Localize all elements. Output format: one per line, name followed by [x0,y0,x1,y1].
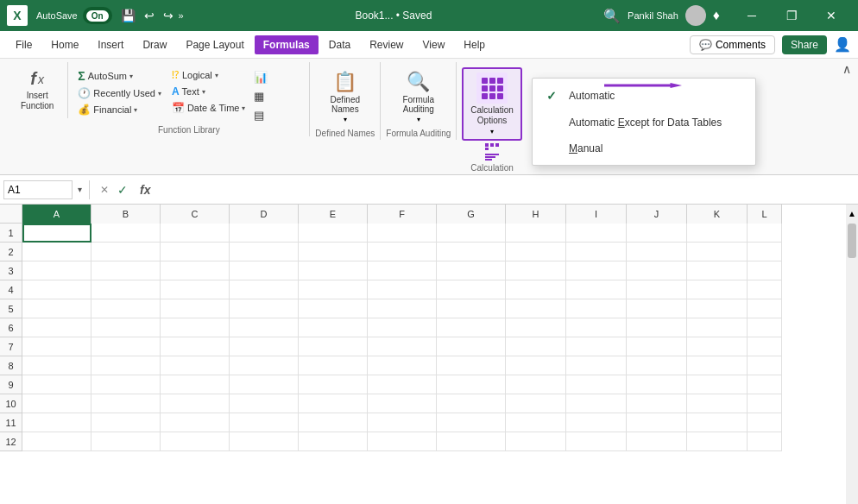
cell-e7[interactable] [299,337,368,356]
row-header-3[interactable]: 3 [0,261,22,280]
cell-f8[interactable] [368,356,437,375]
cell-d1[interactable] [230,224,299,243]
undo-button[interactable]: ↩ [141,7,158,24]
cell-a4[interactable] [22,280,91,299]
math-trig-button[interactable]: ▦ [251,88,270,104]
cell-g10[interactable] [437,394,506,413]
cell-b11[interactable] [91,413,161,432]
menu-formulas[interactable]: Formulas [255,35,319,54]
cell-c10[interactable] [161,394,230,413]
more-commands-btn[interactable]: » [179,10,184,21]
cell-l10[interactable] [748,394,782,413]
name-box[interactable]: A1 [3,180,73,199]
cell-f3[interactable] [368,261,437,280]
cell-e6[interactable] [299,318,368,337]
cell-a9[interactable] [22,375,91,394]
cell-c3[interactable] [161,261,230,280]
cell-h11[interactable] [506,413,566,432]
formula-cancel-button[interactable]: ✕ [97,182,112,198]
menu-page-layout[interactable]: Page Layout [177,35,252,54]
cell-g9[interactable] [437,375,506,394]
cell-k8[interactable] [687,356,748,375]
cell-h5[interactable] [506,299,566,318]
search-icon[interactable]: 🔍 [603,8,621,24]
formula-fx-button[interactable]: fx [135,181,155,198]
cell-h10[interactable] [506,394,566,413]
diamond-icon[interactable]: ♦ [713,8,720,23]
cell-l7[interactable] [748,337,782,356]
cell-b4[interactable] [91,280,161,299]
save-button[interactable]: 💾 [117,7,139,24]
cell-a1[interactable] [22,224,91,243]
col-header-f[interactable]: F [368,205,437,224]
cell-j6[interactable] [627,318,687,337]
text-button[interactable]: A Text ▾ [167,84,250,99]
cell-d3[interactable] [230,261,299,280]
cell-d9[interactable] [230,375,299,394]
cell-c9[interactable] [161,375,230,394]
cell-k5[interactable] [687,299,748,318]
cell-e11[interactable] [299,413,368,432]
formula-auditing-button[interactable]: 🔍 FormulaAuditing ▾ [395,67,441,127]
cell-i7[interactable] [566,337,627,356]
row-header-4[interactable]: 4 [0,280,22,299]
cell-k12[interactable] [687,432,748,451]
cell-h12[interactable] [506,432,566,451]
cell-a12[interactable] [22,432,91,451]
cell-j9[interactable] [627,375,687,394]
row-header-11[interactable]: 11 [0,413,22,432]
name-box-dropdown[interactable]: ▾ [78,185,82,194]
cell-i8[interactable] [566,356,627,375]
cell-i4[interactable] [566,280,627,299]
col-header-c[interactable]: C [161,205,230,224]
formula-input[interactable] [159,180,855,199]
cell-d12[interactable] [230,432,299,451]
cell-l1[interactable] [748,224,782,243]
cell-g6[interactable] [437,318,506,337]
cell-h9[interactable] [506,375,566,394]
cell-a2[interactable] [22,243,91,261]
cell-j11[interactable] [627,413,687,432]
cell-g5[interactable] [437,299,506,318]
col-header-d[interactable]: D [230,205,299,224]
cell-k11[interactable] [687,413,748,432]
dropdown-item-manual[interactable]: Manual [533,135,755,161]
cell-e3[interactable] [299,261,368,280]
cell-e8[interactable] [299,356,368,375]
row-header-1[interactable]: 1 [0,224,22,243]
menu-home[interactable]: Home [42,35,87,54]
lookup-ref-button[interactable]: 📊 [251,69,270,85]
cell-g2[interactable] [437,243,506,261]
cell-f10[interactable] [368,394,437,413]
cell-h2[interactable] [506,243,566,261]
cell-c7[interactable] [161,337,230,356]
cell-e9[interactable] [299,375,368,394]
cell-l9[interactable] [748,375,782,394]
user-profile-icon[interactable]: 👤 [834,36,851,53]
cell-f4[interactable] [368,280,437,299]
cell-e12[interactable] [299,432,368,451]
cell-b12[interactable] [91,432,161,451]
menu-view[interactable]: View [414,35,454,54]
calculation-options-button[interactable]: CalculationOptions ▾ [462,67,521,141]
redo-button[interactable]: ↪ [160,7,177,24]
cell-c1[interactable] [161,224,230,243]
autosum-button[interactable]: Σ AutoSum ▾ [73,67,166,85]
cell-d4[interactable] [230,280,299,299]
cell-j3[interactable] [627,261,687,280]
formula-confirm-button[interactable]: ✓ [114,181,131,198]
cell-d8[interactable] [230,356,299,375]
cell-j2[interactable] [627,243,687,261]
col-header-a[interactable]: A [22,205,91,224]
cell-f6[interactable] [368,318,437,337]
cell-d5[interactable] [230,299,299,318]
cell-c12[interactable] [161,432,230,451]
cell-j5[interactable] [627,299,687,318]
col-header-j[interactable]: J [627,205,687,224]
cell-i1[interactable] [566,224,627,243]
cell-l5[interactable] [748,299,782,318]
col-header-b[interactable]: B [91,205,161,224]
col-header-h[interactable]: H [506,205,566,224]
minimize-button[interactable]: ─ [732,0,772,31]
cell-l2[interactable] [748,243,782,261]
